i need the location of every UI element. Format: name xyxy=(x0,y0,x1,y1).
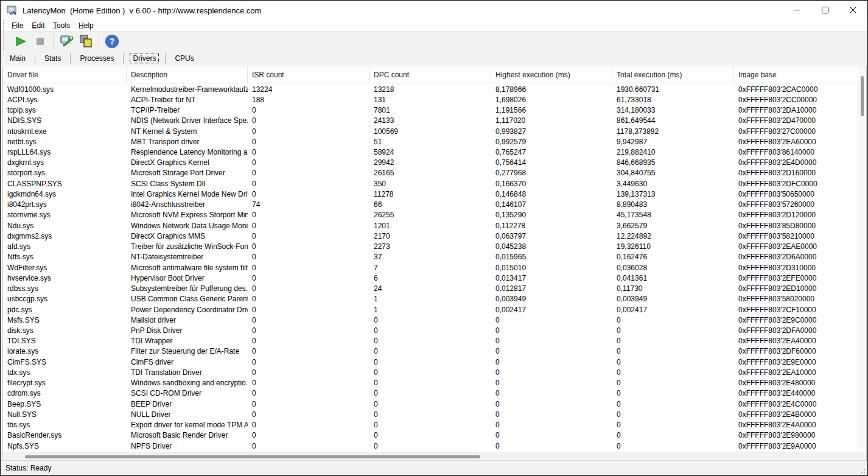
table-row[interactable]: i8042prt.sysi8042-Anschlusstreiber74660,… xyxy=(3,200,858,210)
table-row[interactable]: ACPI.sysACPI-Treiber für NT1881311,69802… xyxy=(3,94,858,105)
table-row[interactable]: netbt.sysMBT Transport driver0510,992579… xyxy=(3,136,858,147)
tab-cpus[interactable]: CPUs xyxy=(172,52,197,65)
column-header[interactable]: Description xyxy=(127,66,248,83)
column-header[interactable]: Total execution (ms) xyxy=(612,66,734,83)
table-row[interactable]: igdkmdn64.sysIntel Graphics Kernel Mode … xyxy=(3,189,858,199)
menubar-gripper[interactable] xyxy=(3,20,7,31)
vertical-scrollbar[interactable] xyxy=(858,66,866,452)
table-row[interactable]: CimFS.SYSCimFS driver00000xFFFFF803'2E9E… xyxy=(3,357,858,367)
table-body: Wdf01000.sysKernelmodustreiber-Framework… xyxy=(3,84,858,452)
column-header[interactable]: Highest execution (ms) xyxy=(491,66,612,83)
cell: 26255 xyxy=(369,210,491,220)
table-row[interactable]: Npfs.SYSNPFS Driver00000xFFFFF803'2E9A00… xyxy=(3,441,858,451)
tab-stats[interactable]: Stats xyxy=(41,52,64,65)
table-row[interactable]: NDIS.SYSNDIS (Network Driver Interface S… xyxy=(3,116,858,126)
cell: 0 xyxy=(491,399,612,409)
cell: 0 xyxy=(248,252,369,262)
menu-tools[interactable]: Tools xyxy=(49,21,74,30)
menu-edit[interactable]: Edit xyxy=(27,21,49,30)
cell: Msfs.SYS xyxy=(3,315,127,325)
maximize-button[interactable] xyxy=(811,1,839,19)
options-button[interactable] xyxy=(58,33,75,49)
start-monitor-button[interactable] xyxy=(12,33,29,49)
table-row[interactable]: Null.SYSNULL Driver00000xFFFFF803'2E4B00… xyxy=(3,409,858,419)
title-bar[interactable]: LatencyMon (Home Edition ) v 6.00 - http… xyxy=(1,1,867,20)
horizontal-scrollbar[interactable] xyxy=(3,452,866,460)
table-row[interactable]: tbs.sysExport driver for kernel mode TPM… xyxy=(3,420,858,430)
column-header[interactable]: DPC count xyxy=(369,66,491,83)
cell: 0 xyxy=(612,325,734,335)
table-row[interactable]: WdFilter.sysMicrosoft antimalware file s… xyxy=(3,262,858,273)
help-button[interactable]: ? xyxy=(103,33,121,49)
tab-processes[interactable]: Processes xyxy=(77,52,117,65)
tab-main[interactable]: Main xyxy=(7,52,29,65)
cell: 0xFFFFF803'2CF10000 xyxy=(734,304,858,315)
minimize-button[interactable] xyxy=(783,1,811,19)
menu-file[interactable]: File xyxy=(7,21,27,30)
column-header[interactable]: Image base xyxy=(734,66,858,83)
table-row[interactable]: tcpip.sysTCP/IP-Treiber078011,191566314,… xyxy=(3,105,858,115)
cell: Microsoft Basic Render Driver xyxy=(127,430,248,441)
table-row[interactable]: storport.sysMicrosoft Storage Port Drive… xyxy=(3,168,858,178)
table-row[interactable]: rspLLL64.sysResplendence Latency Monitor… xyxy=(3,147,858,157)
cell: 0 xyxy=(248,336,369,346)
tab-drivers[interactable]: Drivers xyxy=(130,52,159,65)
table-row[interactable]: pdc.sysPower Dependency Coordinator Driv… xyxy=(3,304,858,315)
cell: 13224 xyxy=(248,84,369,94)
resize-grip[interactable] xyxy=(859,467,865,473)
copy-button[interactable] xyxy=(77,33,94,49)
table-row[interactable]: dxgmms2.sysDirectX Graphics MMS021700,06… xyxy=(3,231,858,241)
table-row[interactable]: BasicRender.sysMicrosoft Basic Render Dr… xyxy=(3,430,858,441)
table-row[interactable]: Msfs.SYSMailslot driver00000xFFFFF803'2E… xyxy=(3,315,858,325)
table-row[interactable]: CLASSPNP.SYSSCSI Class System Dll03500,1… xyxy=(3,178,858,189)
tab-separator xyxy=(70,53,71,64)
cell: 0 xyxy=(369,378,491,388)
table-row[interactable]: filecrypt.sysWindows sandboxing and encr… xyxy=(3,378,858,388)
table-row[interactable]: rdbss.sysSubsystemtreiber für Pufferung … xyxy=(3,283,858,293)
stop-monitor-button[interactable] xyxy=(32,33,49,49)
cell: NT-Dateisystemtreiber xyxy=(127,252,248,262)
table-row[interactable]: tdx.sysTDI Translation Driver00000xFFFFF… xyxy=(3,367,858,377)
table-row[interactable]: dxgkrnl.sysDirectX Graphics Kernel029942… xyxy=(3,158,858,168)
table-row[interactable]: Ntfs.sysNT-Dateisystemtreiber0370,015965… xyxy=(3,252,858,262)
column-header[interactable]: ISR count xyxy=(248,66,369,83)
table-row[interactable]: Ndu.sysWindows Network Data Usage Monit.… xyxy=(3,220,858,231)
cell: 0xFFFFF803'2EA10000 xyxy=(734,367,858,377)
table-row[interactable]: usbccgp.sysUSB Common Class Generic Pare… xyxy=(3,294,858,304)
close-button[interactable] xyxy=(839,1,867,19)
table-row[interactable]: stornvme.sysMicrosoft NVM Express Storpo… xyxy=(3,210,858,220)
cell: 0 xyxy=(248,357,369,367)
cell: 1 xyxy=(369,294,491,304)
cell: Filter zur Steuerung der E/A-Rate xyxy=(127,346,248,357)
cell: 0 xyxy=(369,357,491,367)
horizontal-scrollbar-thumb[interactable] xyxy=(25,455,480,458)
cell: 314,180033 xyxy=(612,105,734,115)
menu-help[interactable]: Help xyxy=(74,21,98,30)
cell: 0,015010 xyxy=(491,262,612,273)
toolbar-gripper[interactable] xyxy=(3,33,7,49)
cell: ACPI.sys xyxy=(3,94,127,105)
cell: igdkmdn64.sys xyxy=(3,189,127,199)
table-row[interactable]: afd.sysTreiber für zusätzliche WinSock-F… xyxy=(3,242,858,252)
table-row[interactable]: Beep.SYSBEEP Driver00000xFFFFF803'2E4C00… xyxy=(3,399,858,409)
table-row[interactable]: cdrom.sysSCSI CD-ROM Driver00000xFFFFF80… xyxy=(3,388,858,399)
table-row[interactable]: Wdf01000.sysKernelmodustreiber-Framework… xyxy=(3,84,858,94)
vertical-scrollbar-thumb[interactable] xyxy=(861,76,864,116)
cell: rdbss.sys xyxy=(3,283,127,293)
tab-separator xyxy=(123,53,124,64)
cell: 0xFFFFF803'58210000 xyxy=(734,231,858,241)
table-row[interactable]: iorate.sysFilter zur Steuerung der E/A-R… xyxy=(3,346,858,357)
cell: 24133 xyxy=(369,116,491,126)
cell: pdc.sys xyxy=(3,304,127,315)
cell: Windows sandboxing and encryptio... xyxy=(127,378,248,388)
cell: 139,137313 xyxy=(612,189,734,199)
column-header[interactable]: Driver file xyxy=(3,66,127,83)
cell: 12,224892 xyxy=(612,231,734,241)
table-row[interactable]: disk.sysPnP Disk Driver00000xFFFFF803'2D… xyxy=(3,325,858,335)
table-row[interactable]: TDI.SYSTDI Wrapper00000xFFFFF803'2EA4000… xyxy=(3,336,858,346)
cell: 66 xyxy=(369,200,491,210)
cell: 0xFFFFF803'2D120000 xyxy=(734,210,858,220)
table-row[interactable]: hvservice.sysHypervisor Boot Driver060,0… xyxy=(3,273,858,283)
cell: 0 xyxy=(248,220,369,231)
table-row[interactable]: ntoskrnl.exeNT Kernel & System01005690,9… xyxy=(3,126,858,136)
